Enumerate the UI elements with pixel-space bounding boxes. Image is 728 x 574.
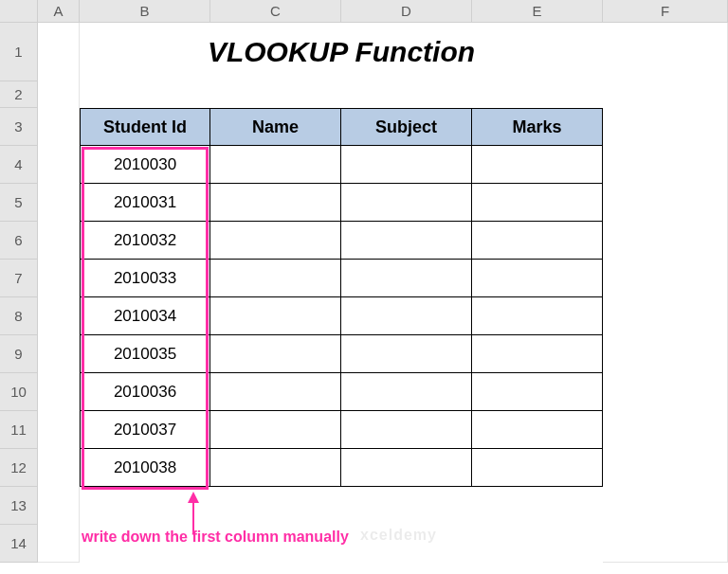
cell-B6[interactable]: 2010032	[80, 221, 210, 260]
cell-B5[interactable]: 2010031	[80, 183, 210, 222]
cell-B8[interactable]: 2010034	[80, 296, 210, 335]
row-header-4[interactable]: 4	[0, 146, 38, 184]
cell-B11[interactable]: 2010037	[80, 410, 210, 449]
th-subject[interactable]: Subject	[340, 108, 472, 146]
row-header-14[interactable]: 14	[0, 525, 38, 563]
watermark: xceldemy	[360, 527, 437, 544]
cell-E4[interactable]	[471, 145, 603, 184]
cell-C12[interactable]	[209, 448, 341, 487]
cell-E11[interactable]	[471, 410, 603, 449]
arrow-icon	[188, 492, 199, 503]
row-header-12[interactable]: 12	[0, 449, 38, 487]
cell-E5[interactable]	[471, 183, 603, 222]
cell-B12[interactable]: 2010038	[80, 448, 210, 487]
spreadsheet-grid: A B C D E F 1 2 3 4 5 6 7 8 9 10 11 12 1…	[0, 0, 728, 574]
cell-C7[interactable]	[209, 259, 341, 297]
col-header-D[interactable]: D	[341, 0, 472, 23]
th-name[interactable]: Name	[209, 108, 341, 146]
cell-D8[interactable]	[340, 296, 472, 335]
annotation-text: write down the first column manually	[82, 529, 349, 546]
select-all-corner[interactable]	[0, 0, 38, 23]
cell-C8[interactable]	[209, 296, 341, 335]
row-header-3[interactable]: 3	[0, 108, 38, 146]
th-marks[interactable]: Marks	[471, 108, 603, 146]
cell-D12[interactable]	[340, 448, 472, 487]
page-title[interactable]: VLOOKUP Function	[80, 23, 603, 81]
th-student-id[interactable]: Student Id	[80, 108, 210, 146]
col-header-B[interactable]: B	[80, 0, 210, 23]
cell-B9[interactable]: 2010035	[80, 334, 210, 373]
col-F-area[interactable]	[603, 23, 728, 563]
row-header-6[interactable]: 6	[0, 222, 38, 260]
cell-E6[interactable]	[471, 221, 603, 260]
col-header-A[interactable]: A	[38, 0, 80, 23]
cell-E7[interactable]	[471, 259, 603, 297]
row-header-1[interactable]: 1	[0, 23, 38, 81]
cell-C9[interactable]	[209, 334, 341, 373]
col-header-C[interactable]: C	[210, 0, 341, 23]
cell-B10[interactable]: 2010036	[80, 372, 210, 411]
row-header-5[interactable]: 5	[0, 184, 38, 222]
cell-C5[interactable]	[209, 183, 341, 222]
cell-D10[interactable]	[340, 372, 472, 411]
cell-E8[interactable]	[471, 296, 603, 335]
cell-C6[interactable]	[209, 221, 341, 260]
cell-B7[interactable]: 2010033	[80, 259, 210, 297]
cell-E9[interactable]	[471, 334, 603, 373]
cell-E12[interactable]	[471, 448, 603, 487]
cell-C10[interactable]	[209, 372, 341, 411]
cell-D7[interactable]	[340, 259, 472, 297]
cell-B4[interactable]: 2010030	[80, 145, 210, 184]
row-header-7[interactable]: 7	[0, 260, 38, 297]
row-header-13[interactable]: 13	[0, 487, 38, 525]
cell-D9[interactable]	[340, 334, 472, 373]
col-header-E[interactable]: E	[472, 0, 603, 23]
arrow-stem	[192, 502, 194, 534]
col-A-area[interactable]	[38, 23, 80, 563]
cell-C11[interactable]	[209, 410, 341, 449]
row-header-11[interactable]: 11	[0, 411, 38, 449]
cell-D5[interactable]	[340, 183, 472, 222]
row-header-8[interactable]: 8	[0, 297, 38, 335]
cell-D4[interactable]	[340, 145, 472, 184]
cell-D11[interactable]	[340, 410, 472, 449]
row-header-9[interactable]: 9	[0, 335, 38, 373]
col-header-F[interactable]: F	[603, 0, 728, 23]
cell-C4[interactable]	[209, 145, 341, 184]
cell-E10[interactable]	[471, 372, 603, 411]
row-header-2[interactable]: 2	[0, 81, 38, 108]
cell-D6[interactable]	[340, 221, 472, 260]
row-header-10[interactable]: 10	[0, 373, 38, 411]
